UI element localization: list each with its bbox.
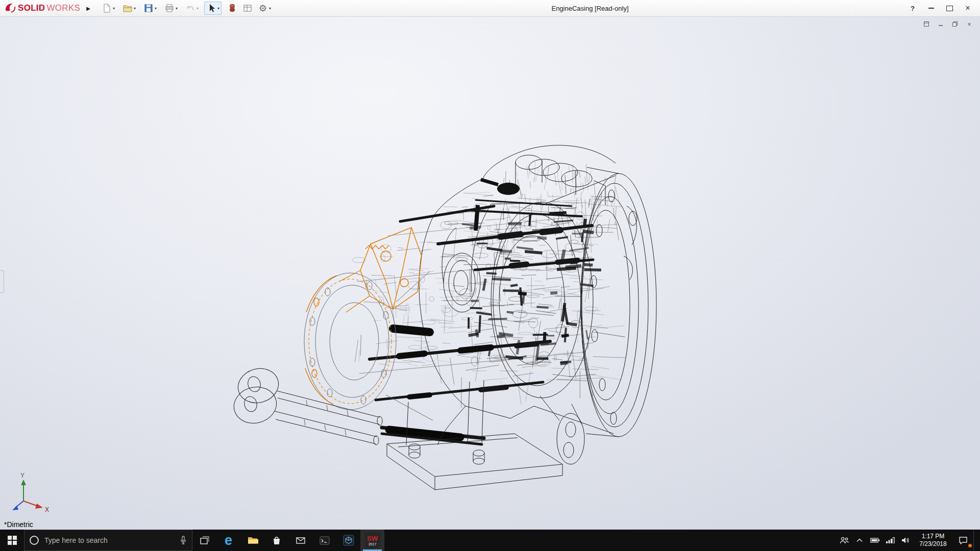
triad-x-label: X: [45, 506, 49, 513]
minimize-button[interactable]: [927, 4, 935, 12]
select-cursor-icon: [206, 3, 216, 13]
people-button[interactable]: [837, 530, 852, 551]
solidworks-app-button[interactable]: SW 2017: [360, 530, 384, 551]
edge-icon: e: [225, 534, 232, 547]
toolbar-expand-arrow[interactable]: ▶: [85, 5, 91, 12]
window-controls: ? ×: [903, 4, 980, 12]
taskbar-search[interactable]: [24, 530, 192, 551]
wireframe-top-assembly: [481, 155, 605, 205]
file-explorer-icon: [247, 535, 258, 545]
document-window-controls: ×: [923, 20, 973, 28]
view-orientation-label: *Dimetric: [4, 520, 33, 529]
tray-overflow-button[interactable]: [852, 530, 867, 551]
orientation-triad: Y X: [12, 472, 49, 513]
mail-envelope-icon: [295, 535, 306, 545]
battery-button[interactable]: [867, 530, 883, 551]
doc-restore-button[interactable]: [951, 20, 959, 28]
help-button[interactable]: ?: [909, 4, 917, 12]
print-icon: [164, 3, 175, 13]
task-view-button[interactable]: [192, 530, 216, 551]
triad-y-label: Y: [20, 472, 24, 479]
pane-splitter-handle[interactable]: [0, 270, 4, 293]
close-button[interactable]: ×: [964, 4, 972, 12]
volume-button[interactable]: [898, 530, 913, 551]
wireframe-mounting-rods: [230, 364, 382, 445]
windows-taskbar: e SW 20: [0, 530, 980, 551]
search-input[interactable]: [43, 536, 175, 545]
chevron-down-icon[interactable]: ▾: [217, 6, 219, 11]
start-button[interactable]: [0, 530, 24, 551]
table-icon: [242, 3, 253, 13]
chevron-down-icon[interactable]: ▾: [269, 6, 271, 11]
wireframe-model[interactable]: Y X: [0, 16, 980, 530]
brand-works: WORKS: [46, 3, 80, 13]
action-center-button[interactable]: [953, 530, 973, 551]
maximize-icon: [946, 6, 953, 11]
cad-viewer-button[interactable]: [336, 530, 360, 551]
task-view-icon: [200, 536, 210, 545]
new-document-icon: [102, 3, 112, 13]
open-folder-icon: [122, 3, 133, 13]
save-icon: [143, 3, 154, 13]
speaker-icon: [901, 537, 910, 543]
windows-logo-icon: [8, 536, 17, 545]
print-button[interactable]: ▾: [162, 2, 180, 15]
chevron-down-icon[interactable]: ▾: [134, 6, 136, 11]
store-button[interactable]: [264, 530, 288, 551]
doc-close-button[interactable]: ×: [966, 20, 973, 28]
chevron-down-icon[interactable]: ▾: [197, 6, 199, 11]
appearance-button[interactable]: [225, 2, 239, 15]
people-icon: [839, 536, 849, 544]
action-center-icon: [959, 536, 968, 544]
store-bag-icon: [271, 535, 282, 546]
save-button[interactable]: ▾: [141, 2, 159, 15]
edge-browser-button[interactable]: e: [216, 530, 240, 551]
notification-badge: [968, 544, 972, 547]
new-document-button[interactable]: ▾: [100, 2, 117, 15]
battery-icon: [870, 538, 880, 543]
wireframe-detail-clutter: [352, 162, 626, 408]
chevron-up-icon: [856, 538, 863, 542]
doc-window-icon[interactable]: [923, 20, 930, 28]
terminal-icon: [319, 535, 330, 546]
microphone-icon[interactable]: [180, 536, 187, 545]
design-table-button[interactable]: [240, 2, 255, 15]
chevron-down-icon[interactable]: ▾: [113, 6, 115, 11]
system-tray: 1:17 PM 7/23/2018: [837, 530, 980, 551]
quick-access-toolbar: ▾ ▾ ▾ ▾: [100, 2, 277, 15]
gear-icon: [258, 3, 268, 13]
solidworks-app-icon: SW 2017: [364, 532, 381, 548]
solidworks-logo: SOLIDWORKS: [0, 2, 82, 14]
appearance-cylinder-icon: [227, 3, 237, 13]
doc-minimize-button[interactable]: [937, 20, 944, 28]
mail-button[interactable]: [288, 530, 312, 551]
app-title-bar: SOLIDWORKS ▶ ▾ ▾ ▾: [0, 0, 980, 17]
show-desktop-button[interactable]: [973, 530, 980, 551]
cortana-icon: [30, 536, 39, 545]
network-signal-icon: [886, 537, 895, 543]
minimize-icon: [928, 8, 934, 9]
clock-date: 7/23/2018: [919, 540, 946, 548]
solidworks-ds-icon: [4, 2, 16, 14]
clock-time: 1:17 PM: [922, 533, 945, 540]
cad-cube-icon: [343, 535, 354, 546]
chevron-down-icon[interactable]: ▾: [176, 6, 178, 11]
undo-icon: [185, 3, 195, 13]
maximize-button[interactable]: [945, 4, 953, 12]
graphics-viewport[interactable]: ×: [0, 16, 980, 530]
options-button[interactable]: ▾: [256, 2, 273, 15]
open-button[interactable]: ▾: [120, 2, 138, 15]
file-explorer-button[interactable]: [240, 530, 264, 551]
select-tool-button[interactable]: ▾: [204, 2, 222, 15]
terminal-button[interactable]: [312, 530, 336, 551]
brand-solid: SOLID: [18, 3, 45, 13]
chevron-down-icon[interactable]: ▾: [155, 6, 157, 11]
document-title: EngineCasing [Read-only]: [277, 5, 903, 12]
clock[interactable]: 1:17 PM 7/23/2018: [913, 530, 953, 551]
undo-button[interactable]: ▾: [183, 2, 201, 15]
network-button[interactable]: [883, 530, 898, 551]
